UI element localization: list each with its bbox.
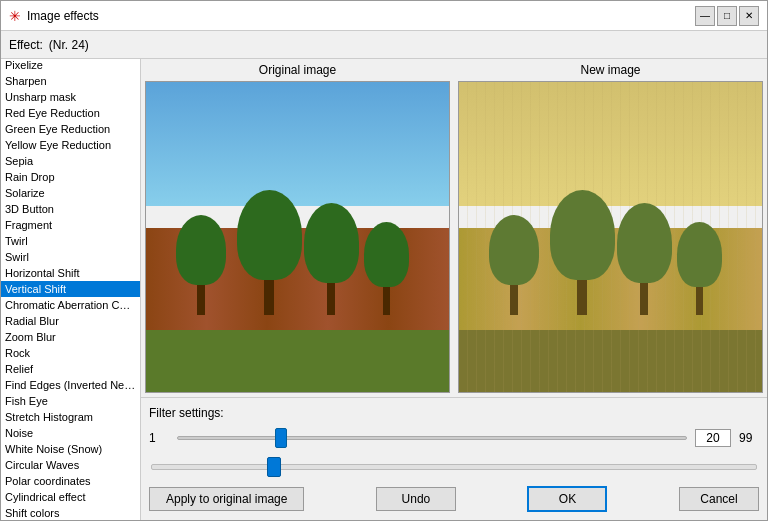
- slider-min: 1: [149, 431, 169, 445]
- full-slider-row[interactable]: [149, 456, 759, 478]
- list-item[interactable]: Pixelize: [1, 59, 140, 73]
- new-image-title: New image: [580, 63, 640, 77]
- maximize-button[interactable]: □: [717, 6, 737, 26]
- main-content: BlurGaussian BlurFast Gaussian BlurBlur …: [1, 59, 767, 520]
- tree-new-1-trunk: [510, 285, 518, 315]
- list-item[interactable]: Fragment: [1, 217, 140, 233]
- slider-value[interactable]: 20: [695, 429, 731, 447]
- slider-track: [177, 436, 687, 440]
- list-item[interactable]: Sepia: [1, 153, 140, 169]
- window-title: Image effects: [27, 9, 99, 23]
- list-item[interactable]: Circular Waves: [1, 457, 140, 473]
- list-item[interactable]: Radial Blur: [1, 313, 140, 329]
- list-item[interactable]: Red Eye Reduction: [1, 105, 140, 121]
- list-item[interactable]: White Noise (Snow): [1, 441, 140, 457]
- tree-new-3-trunk: [640, 283, 648, 315]
- list-item[interactable]: Unsharp mask: [1, 89, 140, 105]
- original-image-title: Original image: [259, 63, 336, 77]
- slider-container[interactable]: [177, 426, 687, 450]
- new-scene: [459, 82, 762, 392]
- minimize-button[interactable]: —: [695, 6, 715, 26]
- list-item[interactable]: Shift colors: [1, 505, 140, 520]
- list-item[interactable]: Chromatic Aberration Correction: [1, 297, 140, 313]
- title-bar: ✳ Image effects — □ ✕: [1, 1, 767, 31]
- new-image-section: New image: [454, 59, 767, 397]
- tree-1-foliage: [176, 215, 226, 285]
- tree-3-trunk: [327, 283, 335, 315]
- left-panel: BlurGaussian BlurFast Gaussian BlurBlur …: [1, 59, 141, 520]
- main-window: ✳ Image effects — □ ✕ Effect: (Nr. 24) B…: [0, 0, 768, 521]
- effect-value: (Nr. 24): [49, 38, 89, 52]
- tree-new-2-trunk: [577, 280, 587, 315]
- full-slider-thumb[interactable]: [267, 457, 281, 477]
- effect-bar: Effect: (Nr. 24): [1, 31, 767, 59]
- list-item[interactable]: Rock: [1, 345, 140, 361]
- effect-label: Effect:: [9, 38, 43, 52]
- tree-new-2-foliage: [550, 190, 615, 280]
- list-item[interactable]: Rain Drop: [1, 169, 140, 185]
- title-bar-left: ✳ Image effects: [9, 8, 99, 24]
- slider-thumb[interactable]: [275, 428, 287, 448]
- list-item[interactable]: Swirl: [1, 249, 140, 265]
- list-item[interactable]: 3D Button: [1, 201, 140, 217]
- list-item[interactable]: Cylindrical effect: [1, 489, 140, 505]
- tree-1-trunk: [197, 285, 205, 315]
- apply-button[interactable]: Apply to original image: [149, 487, 304, 511]
- tree-new-4-foliage: [677, 222, 722, 287]
- tree-3-foliage: [304, 203, 359, 283]
- tree-new-3-foliage: [617, 203, 672, 283]
- tree-new-1-foliage: [489, 215, 539, 285]
- slider-wrapper: 1 20 99: [149, 426, 759, 450]
- tree-2-foliage: [237, 190, 302, 280]
- tree-4-trunk: [383, 287, 390, 315]
- tree-new-4: [677, 222, 722, 315]
- app-icon: ✳: [9, 8, 21, 24]
- buttons-row: Apply to original image Undo OK Cancel: [149, 486, 759, 512]
- list-item[interactable]: Twirl: [1, 233, 140, 249]
- tree-1: [176, 215, 226, 315]
- filter-settings-label: Filter settings:: [149, 406, 759, 420]
- list-item[interactable]: Noise: [1, 425, 140, 441]
- right-panel: Original image: [141, 59, 767, 520]
- tree-4-foliage: [364, 222, 409, 287]
- cancel-button[interactable]: Cancel: [679, 487, 759, 511]
- list-item[interactable]: Zoom Blur: [1, 329, 140, 345]
- list-item[interactable]: Polar coordinates: [1, 473, 140, 489]
- tree-new-2: [550, 190, 615, 315]
- list-item[interactable]: Fish Eye: [1, 393, 140, 409]
- slider-max: 99: [739, 431, 759, 445]
- original-image-placeholder: [145, 81, 450, 393]
- bottom-panel: Filter settings: 1 20 99: [141, 397, 767, 520]
- list-item[interactable]: Green Eye Reduction: [1, 121, 140, 137]
- list-item[interactable]: Solarize: [1, 185, 140, 201]
- images-area: Original image: [141, 59, 767, 397]
- tree-3: [304, 203, 359, 315]
- tree-new-1: [489, 215, 539, 315]
- original-scene: [146, 82, 449, 392]
- tree-new-4-trunk: [696, 287, 703, 315]
- undo-button[interactable]: Undo: [376, 487, 456, 511]
- new-image-placeholder: [458, 81, 763, 393]
- tree-2: [237, 190, 302, 315]
- tree-2-trunk: [264, 280, 274, 315]
- original-ground: [146, 330, 449, 392]
- list-item[interactable]: Sharpen: [1, 73, 140, 89]
- ok-button[interactable]: OK: [527, 486, 607, 512]
- tree-4: [364, 222, 409, 315]
- list-item[interactable]: Horizontal Shift: [1, 265, 140, 281]
- tree-new-3: [617, 203, 672, 315]
- list-item[interactable]: Relief: [1, 361, 140, 377]
- list-item[interactable]: Stretch Histogram: [1, 409, 140, 425]
- effects-list[interactable]: BlurGaussian BlurFast Gaussian BlurBlur …: [1, 59, 140, 520]
- title-bar-controls: — □ ✕: [695, 6, 759, 26]
- full-slider-track: [151, 464, 757, 470]
- list-item[interactable]: Find Edges (Inverted Neon edge): [1, 377, 140, 393]
- list-item[interactable]: Vertical Shift: [1, 281, 140, 297]
- original-image-section: Original image: [141, 59, 454, 397]
- list-item[interactable]: Yellow Eye Reduction: [1, 137, 140, 153]
- close-button[interactable]: ✕: [739, 6, 759, 26]
- original-sky: [146, 82, 449, 206]
